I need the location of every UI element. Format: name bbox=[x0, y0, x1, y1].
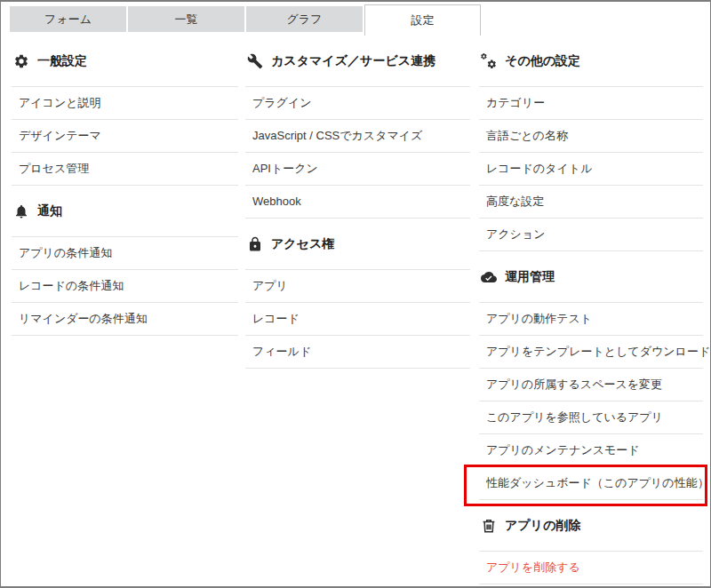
settings-column-3: その他の設定カテゴリー言語ごとの名称レコードのタイトル高度な設定アクション運用管… bbox=[479, 36, 703, 584]
settings-link[interactable]: Webhook bbox=[245, 185, 470, 218]
settings-link[interactable]: JavaScript / CSSでカスタマイズ bbox=[245, 119, 470, 152]
tab-form[interactable]: フォーム bbox=[10, 6, 126, 32]
settings-link[interactable]: アプリのメンテナンスモード bbox=[479, 433, 703, 466]
settings-section: アクセス権アプリレコードフィールド bbox=[245, 219, 470, 369]
section-item-list: アプリの動作テストアプリをテンプレートとしてダウンロードアプリの所属するスペース… bbox=[479, 302, 703, 500]
settings-link[interactable]: フィールド bbox=[245, 335, 470, 368]
section-header: 運用管理 bbox=[479, 251, 703, 302]
settings-section: 通知アプリの条件通知レコードの条件通知リマインダーの条件通知 bbox=[12, 186, 238, 336]
section-item-list: カテゴリー言語ごとの名称レコードのタイトル高度な設定アクション bbox=[479, 86, 703, 251]
settings-link[interactable]: アプリ bbox=[245, 269, 470, 302]
tab-settings[interactable]: 設定 bbox=[364, 4, 481, 36]
section-header: 一般設定 bbox=[12, 36, 238, 86]
settings-link[interactable]: レコードの条件通知 bbox=[12, 269, 238, 302]
settings-link[interactable]: レコード bbox=[245, 302, 470, 335]
section-title: 通知 bbox=[37, 203, 62, 219]
trash-icon bbox=[481, 518, 497, 534]
settings-link[interactable]: このアプリを参照しているアプリ bbox=[479, 401, 703, 433]
settings-section: アプリの削除アプリを削除する bbox=[479, 500, 703, 584]
settings-link[interactable]: アプリの動作テスト bbox=[479, 302, 703, 335]
app-settings-window: フォーム 一覧 グラフ 設定 一般設定アイコンと説明デザインテーマプロセス管理通… bbox=[0, 0, 711, 588]
section-title: その他の設定 bbox=[505, 53, 580, 69]
tab-bar: フォーム 一覧 グラフ 設定 bbox=[1, 2, 710, 36]
settings-link[interactable]: アプリの所属するスペースを変更 bbox=[479, 368, 703, 401]
settings-link[interactable]: プロセス管理 bbox=[12, 152, 238, 185]
section-title: アクセス権 bbox=[271, 236, 334, 252]
section-header: 通知 bbox=[12, 186, 238, 236]
bell-icon bbox=[13, 203, 29, 219]
settings-section: 一般設定アイコンと説明デザインテーマプロセス管理 bbox=[12, 36, 238, 186]
tab-graph[interactable]: グラフ bbox=[246, 6, 363, 32]
settings-section: その他の設定カテゴリー言語ごとの名称レコードのタイトル高度な設定アクション bbox=[479, 36, 703, 251]
settings-link[interactable]: カテゴリー bbox=[479, 86, 703, 119]
section-item-list: アプリの条件通知レコードの条件通知リマインダーの条件通知 bbox=[12, 236, 238, 336]
gears-icon bbox=[481, 53, 497, 69]
settings-link[interactable]: 性能ダッシュボード（このアプリの性能） bbox=[479, 466, 703, 499]
settings-link[interactable]: アクション bbox=[479, 218, 703, 250]
cloud-check-icon bbox=[481, 269, 497, 285]
settings-section: 運用管理アプリの動作テストアプリをテンプレートとしてダウンロードアプリの所属する… bbox=[479, 251, 703, 500]
lock-icon bbox=[247, 236, 263, 252]
settings-link[interactable]: プラグイン bbox=[245, 86, 470, 119]
section-header: アクセス権 bbox=[245, 219, 470, 269]
tab-list[interactable]: 一覧 bbox=[128, 6, 244, 32]
settings-link[interactable]: APIトークン bbox=[245, 152, 470, 185]
settings-link[interactable]: アプリをテンプレートとしてダウンロード bbox=[479, 335, 703, 368]
settings-link[interactable]: 言語ごとの名称 bbox=[479, 119, 703, 152]
section-item-list: アプリレコードフィールド bbox=[245, 269, 470, 369]
section-item-list: アプリを削除する bbox=[479, 551, 703, 584]
delete-app-link[interactable]: アプリを削除する bbox=[479, 551, 703, 584]
settings-content: 一般設定アイコンと説明デザインテーマプロセス管理通知アプリの条件通知レコードの条… bbox=[1, 36, 710, 584]
section-item-list: アイコンと説明デザインテーマプロセス管理 bbox=[12, 86, 238, 186]
section-title: カスタマイズ／サービス連携 bbox=[271, 53, 435, 69]
settings-link[interactable]: デザインテーマ bbox=[12, 119, 238, 152]
section-title: 一般設定 bbox=[37, 53, 87, 69]
settings-link[interactable]: アプリの条件通知 bbox=[12, 236, 238, 269]
section-item-list: プラグインJavaScript / CSSでカスタマイズAPIトークンWebho… bbox=[245, 86, 470, 219]
section-title: 運用管理 bbox=[505, 269, 555, 285]
gear-icon bbox=[13, 53, 29, 69]
settings-link[interactable]: レコードのタイトル bbox=[479, 152, 703, 185]
settings-column-1: 一般設定アイコンと説明デザインテーマプロセス管理通知アプリの条件通知レコードの条… bbox=[12, 36, 238, 584]
settings-link[interactable]: リマインダーの条件通知 bbox=[12, 302, 238, 335]
settings-column-2: カスタマイズ／サービス連携プラグインJavaScript / CSSでカスタマイ… bbox=[245, 36, 470, 584]
section-header: アプリの削除 bbox=[479, 500, 703, 551]
section-title: アプリの削除 bbox=[505, 518, 580, 534]
section-header: その他の設定 bbox=[479, 36, 703, 86]
settings-link[interactable]: 高度な設定 bbox=[479, 185, 703, 218]
settings-section: カスタマイズ／サービス連携プラグインJavaScript / CSSでカスタマイ… bbox=[245, 36, 470, 219]
wrench-icon bbox=[247, 53, 263, 69]
settings-link[interactable]: アイコンと説明 bbox=[12, 86, 238, 119]
section-header: カスタマイズ／サービス連携 bbox=[245, 36, 470, 86]
